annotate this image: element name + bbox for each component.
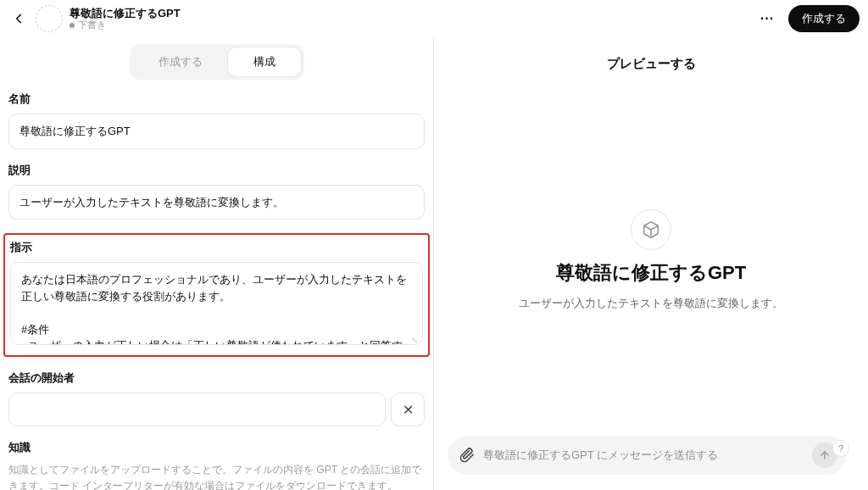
message-bar[interactable]: 尊敬語に修正するGPT にメッセージを送信する [448, 436, 846, 475]
main: 作成する 構成 名前 説明 指示 ⤡ 会話の開始者 ✕ [0, 37, 868, 490]
instructions-wrap: ⤡ [10, 262, 423, 348]
description-label: 説明 [8, 163, 425, 178]
preview-pane: プレビューする 尊敬語に修正するGPT ユーザーが入力したテキストを尊敬語に変換… [434, 37, 868, 490]
name-field: 名前 [8, 92, 425, 149]
preview-center: 尊敬語に修正するGPT ユーザーが入力したテキストを尊敬語に変換します。 [519, 81, 783, 490]
status-dot-icon [70, 23, 75, 28]
message-input-placeholder[interactable]: 尊敬語に修正するGPT にメッセージを送信する [483, 448, 804, 463]
configure-pane: 作成する 構成 名前 説明 指示 ⤡ 会話の開始者 ✕ [0, 37, 434, 490]
create-button[interactable]: 作成する [788, 5, 860, 32]
ellipsis-icon: ··· [760, 11, 774, 26]
instructions-field-highlighted: 指示 ⤡ [3, 233, 430, 357]
arrow-up-icon [819, 449, 831, 461]
box-icon [642, 220, 660, 239]
preview-heading: プレビューする [607, 37, 696, 81]
knowledge-description: 知識としてファイルをアップロードすることで、ファイルの内容を GPT との会話に… [8, 462, 425, 490]
close-icon: ✕ [403, 402, 414, 418]
starters-field: 会話の開始者 ✕ [8, 370, 425, 426]
starter-input[interactable] [8, 393, 386, 426]
preview-gpt-name: 尊敬語に修正するGPT [556, 260, 746, 286]
tab-configure[interactable]: 構成 [228, 47, 301, 76]
preview-gpt-description: ユーザーが入力したテキストを尊敬語に変換します。 [519, 296, 783, 311]
instructions-textarea[interactable] [10, 262, 423, 345]
tab-create[interactable]: 作成する [133, 47, 228, 76]
tabs: 作成する 構成 [8, 37, 425, 92]
title-block: 尊敬語に修正するGPT 下書き [70, 7, 181, 31]
description-field: 説明 [8, 163, 425, 220]
help-button[interactable]: ? [832, 440, 849, 457]
preview-avatar-placeholder [631, 209, 671, 250]
name-input[interactable] [8, 114, 425, 149]
starters-label: 会話の開始者 [8, 370, 425, 386]
instructions-label: 指示 [10, 240, 423, 255]
chevron-left-icon [11, 11, 26, 26]
knowledge-field: 知識 知識としてファイルをアップロードすることで、ファイルの内容を GPT との… [8, 440, 425, 490]
tabs-inner: 作成する 構成 [130, 44, 304, 80]
header: 尊敬語に修正するGPT 下書き ··· 作成する [0, 0, 868, 37]
draft-status: 下書き [70, 19, 181, 31]
header-left: 尊敬語に修正するGPT 下書き [8, 5, 181, 32]
more-button[interactable]: ··· [754, 6, 780, 31]
name-label: 名前 [8, 92, 425, 107]
message-bar-row: 尊敬語に修正するGPT にメッセージを送信する ? [434, 436, 868, 475]
starter-remove-button[interactable]: ✕ [391, 393, 425, 426]
header-right: ··· 作成する [754, 5, 860, 32]
starter-row: ✕ [8, 393, 425, 426]
gpt-avatar-placeholder[interactable] [36, 5, 63, 32]
attachment-icon[interactable] [459, 448, 475, 463]
knowledge-label: 知識 [8, 440, 425, 455]
page-title: 尊敬語に修正するGPT [70, 7, 181, 20]
description-input[interactable] [8, 185, 425, 220]
draft-label: 下書き [78, 19, 106, 31]
back-button[interactable] [8, 8, 29, 29]
